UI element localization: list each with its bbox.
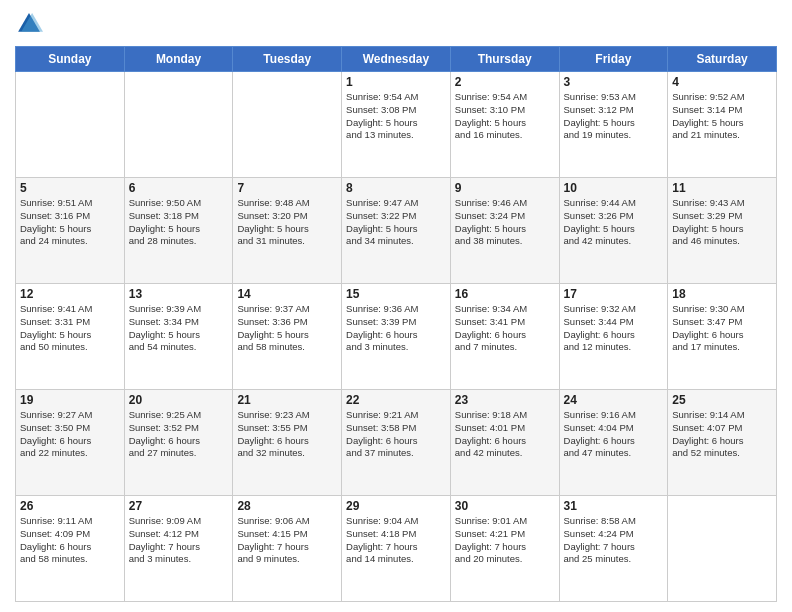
calendar-cell: 31Sunrise: 8:58 AM Sunset: 4:24 PM Dayli… <box>559 496 668 602</box>
day-info: Sunrise: 9:54 AM Sunset: 3:10 PM Dayligh… <box>455 91 555 142</box>
day-info: Sunrise: 8:58 AM Sunset: 4:24 PM Dayligh… <box>564 515 664 566</box>
day-info: Sunrise: 9:51 AM Sunset: 3:16 PM Dayligh… <box>20 197 120 248</box>
day-number: 10 <box>564 181 664 195</box>
day-info: Sunrise: 9:09 AM Sunset: 4:12 PM Dayligh… <box>129 515 229 566</box>
day-info: Sunrise: 9:14 AM Sunset: 4:07 PM Dayligh… <box>672 409 772 460</box>
calendar-cell <box>124 72 233 178</box>
day-number: 12 <box>20 287 120 301</box>
day-number: 23 <box>455 393 555 407</box>
day-number: 21 <box>237 393 337 407</box>
day-info: Sunrise: 9:47 AM Sunset: 3:22 PM Dayligh… <box>346 197 446 248</box>
day-info: Sunrise: 9:41 AM Sunset: 3:31 PM Dayligh… <box>20 303 120 354</box>
logo-icon <box>15 10 43 38</box>
day-number: 5 <box>20 181 120 195</box>
day-number: 2 <box>455 75 555 89</box>
day-info: Sunrise: 9:37 AM Sunset: 3:36 PM Dayligh… <box>237 303 337 354</box>
day-info: Sunrise: 9:16 AM Sunset: 4:04 PM Dayligh… <box>564 409 664 460</box>
calendar-cell: 22Sunrise: 9:21 AM Sunset: 3:58 PM Dayli… <box>342 390 451 496</box>
day-info: Sunrise: 9:54 AM Sunset: 3:08 PM Dayligh… <box>346 91 446 142</box>
day-info: Sunrise: 9:25 AM Sunset: 3:52 PM Dayligh… <box>129 409 229 460</box>
day-number: 15 <box>346 287 446 301</box>
day-number: 22 <box>346 393 446 407</box>
day-number: 11 <box>672 181 772 195</box>
calendar-cell: 3Sunrise: 9:53 AM Sunset: 3:12 PM Daylig… <box>559 72 668 178</box>
weekday-header-monday: Monday <box>124 47 233 72</box>
weekday-header-sunday: Sunday <box>16 47 125 72</box>
day-number: 29 <box>346 499 446 513</box>
header <box>15 10 777 38</box>
calendar-cell: 13Sunrise: 9:39 AM Sunset: 3:34 PM Dayli… <box>124 284 233 390</box>
day-number: 19 <box>20 393 120 407</box>
day-number: 1 <box>346 75 446 89</box>
calendar-cell: 11Sunrise: 9:43 AM Sunset: 3:29 PM Dayli… <box>668 178 777 284</box>
calendar-cell: 8Sunrise: 9:47 AM Sunset: 3:22 PM Daylig… <box>342 178 451 284</box>
calendar-cell: 12Sunrise: 9:41 AM Sunset: 3:31 PM Dayli… <box>16 284 125 390</box>
calendar-cell: 2Sunrise: 9:54 AM Sunset: 3:10 PM Daylig… <box>450 72 559 178</box>
day-info: Sunrise: 9:39 AM Sunset: 3:34 PM Dayligh… <box>129 303 229 354</box>
calendar-cell: 26Sunrise: 9:11 AM Sunset: 4:09 PM Dayli… <box>16 496 125 602</box>
calendar-cell <box>668 496 777 602</box>
calendar-cell: 6Sunrise: 9:50 AM Sunset: 3:18 PM Daylig… <box>124 178 233 284</box>
day-number: 6 <box>129 181 229 195</box>
day-number: 3 <box>564 75 664 89</box>
calendar-cell: 19Sunrise: 9:27 AM Sunset: 3:50 PM Dayli… <box>16 390 125 496</box>
day-info: Sunrise: 9:46 AM Sunset: 3:24 PM Dayligh… <box>455 197 555 248</box>
calendar-cell: 30Sunrise: 9:01 AM Sunset: 4:21 PM Dayli… <box>450 496 559 602</box>
day-info: Sunrise: 9:34 AM Sunset: 3:41 PM Dayligh… <box>455 303 555 354</box>
day-number: 27 <box>129 499 229 513</box>
day-info: Sunrise: 9:52 AM Sunset: 3:14 PM Dayligh… <box>672 91 772 142</box>
day-number: 26 <box>20 499 120 513</box>
day-info: Sunrise: 9:01 AM Sunset: 4:21 PM Dayligh… <box>455 515 555 566</box>
day-info: Sunrise: 9:50 AM Sunset: 3:18 PM Dayligh… <box>129 197 229 248</box>
day-info: Sunrise: 9:11 AM Sunset: 4:09 PM Dayligh… <box>20 515 120 566</box>
calendar-cell: 4Sunrise: 9:52 AM Sunset: 3:14 PM Daylig… <box>668 72 777 178</box>
day-info: Sunrise: 9:53 AM Sunset: 3:12 PM Dayligh… <box>564 91 664 142</box>
calendar-cell: 25Sunrise: 9:14 AM Sunset: 4:07 PM Dayli… <box>668 390 777 496</box>
day-number: 9 <box>455 181 555 195</box>
week-row-3: 12Sunrise: 9:41 AM Sunset: 3:31 PM Dayli… <box>16 284 777 390</box>
day-number: 20 <box>129 393 229 407</box>
day-number: 24 <box>564 393 664 407</box>
day-number: 8 <box>346 181 446 195</box>
calendar-cell: 20Sunrise: 9:25 AM Sunset: 3:52 PM Dayli… <box>124 390 233 496</box>
calendar-cell: 27Sunrise: 9:09 AM Sunset: 4:12 PM Dayli… <box>124 496 233 602</box>
week-row-4: 19Sunrise: 9:27 AM Sunset: 3:50 PM Dayli… <box>16 390 777 496</box>
calendar: SundayMondayTuesdayWednesdayThursdayFrid… <box>15 46 777 602</box>
calendar-cell: 21Sunrise: 9:23 AM Sunset: 3:55 PM Dayli… <box>233 390 342 496</box>
calendar-cell: 18Sunrise: 9:30 AM Sunset: 3:47 PM Dayli… <box>668 284 777 390</box>
day-info: Sunrise: 9:48 AM Sunset: 3:20 PM Dayligh… <box>237 197 337 248</box>
week-row-5: 26Sunrise: 9:11 AM Sunset: 4:09 PM Dayli… <box>16 496 777 602</box>
calendar-cell: 29Sunrise: 9:04 AM Sunset: 4:18 PM Dayli… <box>342 496 451 602</box>
weekday-header-row: SundayMondayTuesdayWednesdayThursdayFrid… <box>16 47 777 72</box>
logo <box>15 10 47 38</box>
calendar-cell: 28Sunrise: 9:06 AM Sunset: 4:15 PM Dayli… <box>233 496 342 602</box>
weekday-header-thursday: Thursday <box>450 47 559 72</box>
day-info: Sunrise: 9:44 AM Sunset: 3:26 PM Dayligh… <box>564 197 664 248</box>
calendar-cell: 17Sunrise: 9:32 AM Sunset: 3:44 PM Dayli… <box>559 284 668 390</box>
day-info: Sunrise: 9:04 AM Sunset: 4:18 PM Dayligh… <box>346 515 446 566</box>
day-info: Sunrise: 9:27 AM Sunset: 3:50 PM Dayligh… <box>20 409 120 460</box>
week-row-2: 5Sunrise: 9:51 AM Sunset: 3:16 PM Daylig… <box>16 178 777 284</box>
day-info: Sunrise: 9:30 AM Sunset: 3:47 PM Dayligh… <box>672 303 772 354</box>
day-number: 7 <box>237 181 337 195</box>
day-info: Sunrise: 9:32 AM Sunset: 3:44 PM Dayligh… <box>564 303 664 354</box>
day-number: 4 <box>672 75 772 89</box>
day-info: Sunrise: 9:06 AM Sunset: 4:15 PM Dayligh… <box>237 515 337 566</box>
calendar-cell: 10Sunrise: 9:44 AM Sunset: 3:26 PM Dayli… <box>559 178 668 284</box>
day-number: 17 <box>564 287 664 301</box>
calendar-cell <box>16 72 125 178</box>
page: SundayMondayTuesdayWednesdayThursdayFrid… <box>0 0 792 612</box>
day-number: 16 <box>455 287 555 301</box>
weekday-header-wednesday: Wednesday <box>342 47 451 72</box>
day-number: 14 <box>237 287 337 301</box>
day-number: 18 <box>672 287 772 301</box>
weekday-header-saturday: Saturday <box>668 47 777 72</box>
day-number: 28 <box>237 499 337 513</box>
calendar-cell: 5Sunrise: 9:51 AM Sunset: 3:16 PM Daylig… <box>16 178 125 284</box>
day-info: Sunrise: 9:23 AM Sunset: 3:55 PM Dayligh… <box>237 409 337 460</box>
day-info: Sunrise: 9:18 AM Sunset: 4:01 PM Dayligh… <box>455 409 555 460</box>
calendar-cell <box>233 72 342 178</box>
day-info: Sunrise: 9:36 AM Sunset: 3:39 PM Dayligh… <box>346 303 446 354</box>
calendar-cell: 24Sunrise: 9:16 AM Sunset: 4:04 PM Dayli… <box>559 390 668 496</box>
calendar-cell: 7Sunrise: 9:48 AM Sunset: 3:20 PM Daylig… <box>233 178 342 284</box>
